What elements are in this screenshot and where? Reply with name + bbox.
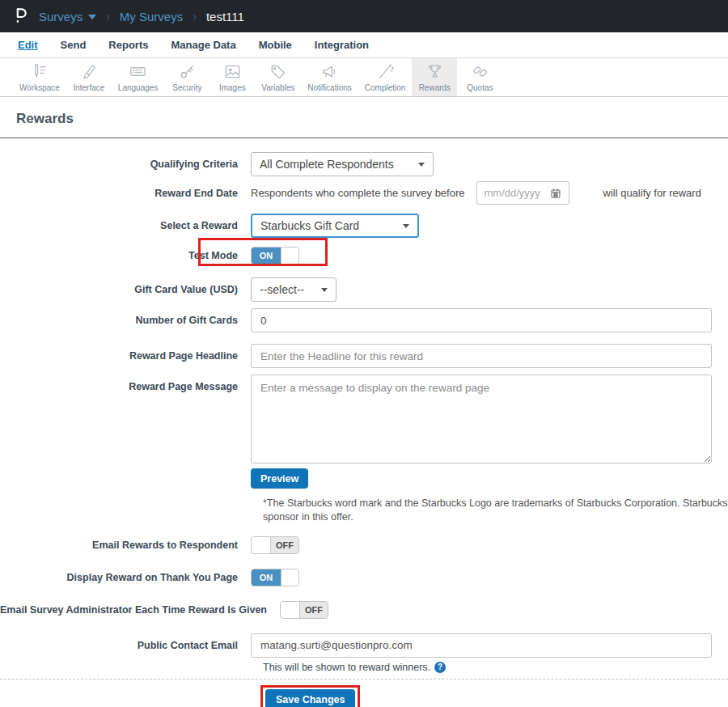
select-reward-value: Starbucks Gift Card — [260, 219, 359, 232]
breadcrumb-survey-name: test111 — [206, 10, 244, 23]
chevron-down-icon — [88, 15, 96, 19]
test-mode-toggle[interactable]: ON — [251, 247, 299, 265]
public-contact-email-label: Public Contact Email — [0, 640, 251, 651]
tab-reports[interactable]: Reports — [108, 39, 148, 51]
toggle-knob — [281, 248, 298, 264]
keyboard-icon — [128, 62, 148, 81]
help-question-icon[interactable]: ? — [434, 662, 446, 673]
tab-integration[interactable]: Integration — [315, 39, 369, 51]
trophy-icon — [425, 62, 445, 81]
megaphone-icon — [320, 62, 340, 81]
rewards-form: Qualifying Criteria All Complete Respond… — [0, 138, 728, 707]
toolbar-label: Languages — [118, 83, 159, 92]
toolbar-label: Rewards — [419, 83, 451, 92]
magic-wand-icon — [375, 62, 396, 81]
toolbar-label: Images — [219, 83, 246, 92]
tab-manage-data[interactable]: Manage Data — [171, 39, 235, 51]
reward-page-message-label: Reward Page Message — [0, 375, 251, 392]
toolbar-item-workspace[interactable]: Workspace — [13, 58, 66, 96]
design-pen-icon — [78, 62, 99, 81]
breadcrumb-separator: › — [106, 10, 110, 23]
tab-mobile[interactable]: Mobile — [259, 39, 292, 51]
help-text: This will be shown to reward winners. — [263, 662, 430, 673]
select-reward-label: Select a Reward — [0, 220, 251, 231]
toolbar-label: Completion — [365, 83, 406, 92]
date-placeholder: mm/dd/yyyy — [485, 187, 540, 199]
toggle-state-label: OFF — [271, 537, 298, 553]
gift-card-value-select[interactable]: --select-- — [251, 277, 336, 302]
top-bar: Surveys › My Surveys › test111 — [0, 0, 728, 32]
page-title: Rewards — [0, 97, 728, 138]
toolbar-label: Interface — [73, 83, 104, 92]
toolbar-label: Variables — [261, 83, 294, 92]
display-reward-label: Display Reward on Thank You Page — [0, 572, 251, 583]
tab-send[interactable]: Send — [61, 39, 87, 51]
toggle-knob — [281, 602, 300, 618]
key-icon — [177, 62, 197, 81]
toolbar-item-interface[interactable]: Interface — [66, 58, 112, 96]
qualifying-criteria-value: All Complete Respondents — [260, 158, 394, 171]
tag-icon — [268, 62, 288, 81]
reward-page-headline-label: Reward Page Headline — [0, 350, 251, 362]
email-rewards-label: Email Rewards to Respondent — [0, 540, 251, 551]
reward-end-date-input[interactable]: mm/dd/yyyy — [476, 181, 569, 205]
test-mode-label: Test Mode — [0, 250, 251, 261]
toggle-knob — [281, 569, 298, 586]
reward-end-date-label: Reward End Date — [0, 188, 251, 199]
number-of-gift-cards-input[interactable] — [251, 308, 712, 332]
select-reward-select[interactable]: Starbucks Gift Card — [251, 214, 419, 238]
save-section-divider — [0, 679, 728, 679]
number-of-gift-cards-label: Number of Gift Cards — [0, 315, 251, 326]
email-admin-toggle[interactable]: OFF — [280, 601, 328, 619]
toggle-state-label: ON — [252, 248, 281, 264]
toolbar-label: Quotas — [467, 83, 493, 92]
calendar-icon[interactable] — [550, 188, 561, 199]
toolbar-item-notifications[interactable]: Notifications — [301, 58, 358, 96]
gift-card-value-value: --select-- — [260, 283, 304, 296]
toolbar-item-rewards[interactable]: Rewards — [412, 58, 457, 96]
breadcrumb-separator: › — [193, 10, 197, 23]
qualifying-criteria-label: Qualifying Criteria — [0, 159, 251, 170]
toolbar-item-security[interactable]: Security — [164, 58, 210, 96]
breadcrumb-surveys[interactable]: Surveys — [39, 10, 96, 23]
public-contact-email-help: This will be shown to reward winners. ? — [263, 662, 728, 673]
chevron-down-icon — [418, 163, 425, 167]
settings-toolbar: Workspace Interface Languages Security I… — [0, 58, 728, 97]
toolbar-item-images[interactable]: Images — [210, 58, 255, 96]
questionpro-logo-icon[interactable] — [11, 6, 29, 26]
display-reward-toggle[interactable]: ON — [251, 569, 299, 586]
reward-end-date-suffix: will qualify for reward — [603, 187, 701, 199]
toolbar-item-languages[interactable]: Languages — [112, 58, 165, 96]
preview-button[interactable]: Preview — [251, 468, 308, 489]
disclaimer-line-2: sponsor in this offer. — [263, 510, 728, 524]
breadcrumb-my-surveys[interactable]: My Surveys — [120, 10, 183, 23]
chain-links-icon — [470, 62, 490, 81]
breadcrumb-my-surveys-label: My Surveys — [120, 10, 183, 23]
toolbar-label: Workspace — [19, 83, 60, 92]
picture-icon — [222, 62, 243, 81]
disclaimer-line-1: *The Starbucks word mark and the Starbuc… — [263, 497, 728, 510]
toolbar-item-quotas[interactable]: Quotas — [457, 58, 502, 96]
toolbar-label: Security — [172, 83, 201, 92]
public-contact-email-input[interactable] — [251, 633, 712, 658]
reward-page-headline-input[interactable] — [251, 344, 712, 368]
starbucks-disclaimer: *The Starbucks word mark and the Starbuc… — [263, 497, 728, 524]
gift-card-value-label: Gift Card Value (USD) — [0, 284, 251, 295]
toggle-state-label: OFF — [300, 602, 328, 618]
email-admin-label: Email Survey Administrator Each Time Rew… — [0, 604, 280, 616]
toolbar-item-variables[interactable]: Variables — [255, 58, 301, 96]
toggle-state-label: ON — [252, 569, 281, 586]
reward-page-message-textarea[interactable] — [251, 375, 712, 464]
toolbar-item-completion[interactable]: Completion — [358, 58, 413, 96]
email-rewards-toggle[interactable]: OFF — [251, 536, 299, 554]
chevron-down-icon — [321, 288, 328, 292]
reward-end-date-prefix: Respondents who complete the survey befo… — [251, 187, 465, 199]
main-nav: Edit Send Reports Manage Data Mobile Int… — [0, 32, 728, 58]
save-button-annotation-box: Save Changes — [260, 685, 360, 707]
save-changes-button[interactable]: Save Changes — [265, 689, 355, 707]
chevron-down-icon — [403, 224, 409, 228]
toolbar-label: Notifications — [307, 83, 351, 92]
qualifying-criteria-select[interactable]: All Complete Respondents — [251, 152, 434, 176]
toggle-knob — [252, 537, 271, 553]
tab-edit[interactable]: Edit — [18, 39, 38, 51]
